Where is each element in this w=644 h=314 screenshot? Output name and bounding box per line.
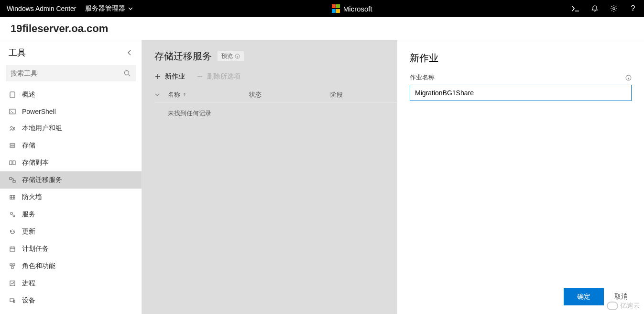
chevron-down-icon	[154, 92, 160, 98]
brand-label: Microsoft	[343, 5, 372, 13]
sidebar-item-label: 更新	[22, 227, 35, 236]
search-tools-box[interactable]	[6, 65, 136, 81]
sidebar-item-label: 存储迁移服务	[22, 176, 62, 184]
panel-title: 新作业	[410, 52, 632, 65]
settings-icon[interactable]	[610, 4, 618, 13]
page-title: 存储迁移服务	[154, 50, 212, 63]
app-title: Windows Admin Center	[7, 5, 76, 12]
sidebar-item-label: PowerShell	[22, 108, 56, 115]
svg-rect-11	[13, 180, 15, 182]
sidebar-item-firewall[interactable]: 防火墙	[0, 189, 142, 206]
processes-icon	[9, 280, 16, 287]
sidebar-item-scheduled-tasks[interactable]: 计划任务	[0, 240, 142, 258]
help-icon[interactable]: ?	[629, 4, 637, 13]
chevron-down-icon	[128, 6, 133, 11]
tools-sidebar: 工具 概述PowerShell本地用户和组存储存储副本存储迁移服务防火墙服务更新…	[0, 40, 142, 314]
sort-asc-icon	[182, 92, 187, 97]
sidebar-item-label: 进程	[22, 279, 35, 288]
svg-point-4	[11, 126, 12, 128]
delete-selected-button: 删除所选项	[196, 72, 240, 81]
server-name: 19fileserver.oa.com	[11, 22, 108, 35]
microsoft-logo-icon	[332, 4, 340, 13]
job-name-input[interactable]	[410, 85, 632, 101]
preview-label: 预览	[221, 52, 233, 60]
sidebar-item-devices[interactable]: 设备	[0, 292, 142, 309]
new-job-panel: 新作业 作业名称 确定 取消	[397, 40, 644, 314]
sidebar-item-users[interactable]: 本地用户和组	[0, 120, 142, 137]
svg-rect-3	[10, 109, 15, 114]
svg-rect-15	[10, 247, 15, 251]
minus-icon	[196, 73, 203, 80]
overview-icon	[9, 91, 16, 99]
sidebar-item-storage-replica[interactable]: 存储副本	[0, 154, 142, 171]
search-input[interactable]	[11, 69, 123, 77]
svg-rect-9	[13, 161, 15, 165]
svg-rect-6	[10, 144, 15, 145]
sidebar-item-label: 概述	[22, 90, 35, 99]
cancel-button[interactable]: 取消	[611, 288, 632, 305]
ok-button[interactable]: 确定	[564, 288, 604, 305]
info-icon	[235, 54, 240, 59]
storage-migration-icon	[9, 176, 16, 184]
preview-badge: 预览	[218, 51, 244, 61]
roles-icon	[9, 262, 16, 270]
storage-icon	[9, 142, 16, 149]
server-row: 19fileserver.oa.com	[0, 17, 644, 40]
new-job-label: 新作业	[165, 72, 185, 81]
select-all-column[interactable]	[154, 92, 168, 98]
sidebar-item-powershell[interactable]: PowerShell	[0, 103, 142, 120]
svg-rect-18	[11, 267, 13, 269]
collapse-chevron-icon[interactable]	[126, 49, 133, 56]
brand: Microsoft	[133, 4, 571, 13]
sidebar-item-label: 设备	[22, 296, 35, 305]
powershell-icon	[9, 108, 16, 115]
sidebar-item-label: 角色和功能	[22, 262, 55, 270]
sidebar-item-label: 防火墙	[22, 193, 42, 202]
sidebar-title: 工具	[9, 47, 26, 58]
console-icon[interactable]	[571, 4, 580, 13]
svg-point-5	[13, 127, 14, 128]
info-icon[interactable]	[625, 75, 632, 81]
updates-icon	[9, 228, 16, 236]
topbar: Windows Admin Center 服务器管理器 Microsoft ?	[0, 0, 644, 17]
delete-selected-label: 删除所选项	[207, 72, 240, 81]
svg-point-13	[11, 213, 13, 215]
svg-rect-8	[10, 161, 12, 165]
svg-rect-10	[10, 178, 12, 179]
sidebar-item-storage[interactable]: 存储	[0, 137, 142, 154]
svg-point-1	[125, 71, 129, 75]
sidebar-item-label: 计划任务	[22, 245, 49, 253]
sidebar-item-services[interactable]: 服务	[0, 206, 142, 223]
svg-rect-16	[10, 264, 12, 266]
svg-rect-7	[10, 146, 15, 147]
search-icon	[123, 69, 131, 77]
context-dropdown-label: 服务器管理器	[85, 4, 125, 13]
sidebar-item-label: 服务	[22, 210, 35, 219]
sidebar-item-processes[interactable]: 进程	[0, 275, 142, 292]
status-column-header[interactable]: 状态	[249, 90, 330, 99]
sidebar-item-updates[interactable]: 更新	[0, 223, 142, 240]
sidebar-item-roles[interactable]: 角色和功能	[0, 258, 142, 275]
svg-point-14	[13, 215, 15, 217]
svg-rect-2	[10, 92, 15, 98]
sidebar-item-overview[interactable]: 概述	[0, 86, 142, 103]
new-job-button[interactable]: 新作业	[154, 72, 185, 81]
name-column-header[interactable]: 名称	[168, 90, 249, 99]
storage-replica-icon	[9, 159, 16, 167]
context-dropdown[interactable]: 服务器管理器	[85, 4, 133, 13]
sidebar-item-label: 存储副本	[22, 158, 49, 167]
job-name-label: 作业名称	[410, 73, 435, 82]
sidebar-item-storage-migration[interactable]: 存储迁移服务	[0, 171, 142, 189]
sidebar-item-label: 本地用户和组	[22, 124, 62, 133]
scheduled-tasks-icon	[9, 245, 16, 253]
services-icon	[9, 211, 16, 218]
plus-icon	[154, 73, 161, 80]
devices-icon	[9, 297, 16, 304]
svg-rect-17	[13, 264, 15, 266]
firewall-icon	[9, 193, 16, 201]
sidebar-item-label: 存储	[22, 141, 35, 150]
svg-point-0	[613, 8, 615, 10]
sidebar-items: 概述PowerShell本地用户和组存储存储副本存储迁移服务防火墙服务更新计划任…	[0, 86, 142, 309]
notifications-icon[interactable]	[590, 4, 599, 13]
users-icon	[9, 124, 16, 132]
